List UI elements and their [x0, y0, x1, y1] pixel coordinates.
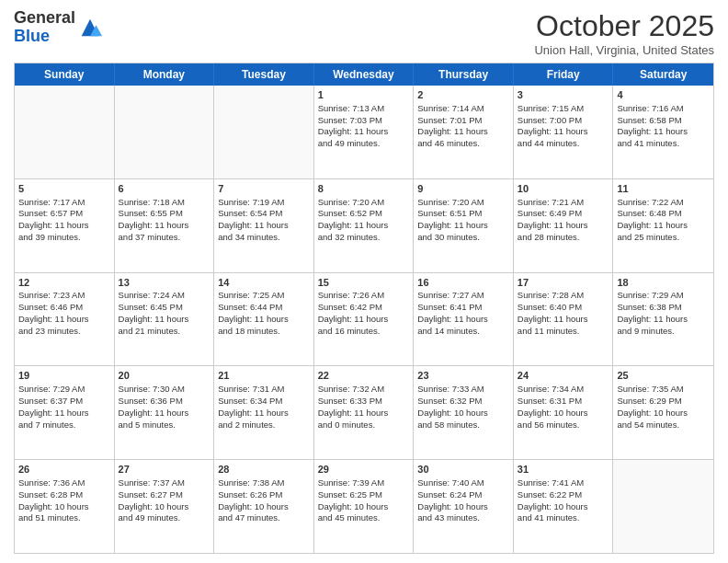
day-info: Sunrise: 7:33 AM Sunset: 6:32 PM Dayligh… — [417, 384, 509, 431]
day-number: 14 — [218, 276, 310, 290]
day-info: Sunrise: 7:34 AM Sunset: 6:31 PM Dayligh… — [518, 384, 609, 431]
day-number: 27 — [119, 463, 210, 477]
header-day-saturday: Saturday — [613, 63, 713, 86]
header-day-sunday: Sunday — [15, 63, 115, 86]
day-info: Sunrise: 7:23 AM Sunset: 6:46 PM Dayligh… — [18, 290, 110, 337]
day-info: Sunrise: 7:32 AM Sunset: 6:33 PM Dayligh… — [318, 384, 410, 431]
day-info: Sunrise: 7:25 AM Sunset: 6:44 PM Dayligh… — [218, 290, 310, 337]
day-number: 20 — [119, 369, 210, 383]
day-info: Sunrise: 7:19 AM Sunset: 6:54 PM Dayligh… — [218, 197, 310, 244]
day-number: 21 — [218, 369, 310, 383]
day-number: 5 — [18, 182, 110, 196]
calendar-week-3: 12Sunrise: 7:23 AM Sunset: 6:46 PM Dayli… — [15, 272, 713, 366]
day-number: 24 — [518, 369, 609, 383]
day-cell-16: 16Sunrise: 7:27 AM Sunset: 6:41 PM Dayli… — [414, 273, 514, 366]
day-info: Sunrise: 7:13 AM Sunset: 7:03 PM Dayligh… — [318, 103, 410, 150]
day-cell-10: 10Sunrise: 7:21 AM Sunset: 6:49 PM Dayli… — [514, 179, 614, 272]
location: Union Hall, Virginia, United States — [534, 43, 714, 57]
day-number: 31 — [518, 463, 609, 477]
calendar-week-4: 19Sunrise: 7:29 AM Sunset: 6:37 PM Dayli… — [15, 365, 713, 459]
day-cell-29: 29Sunrise: 7:39 AM Sunset: 6:25 PM Dayli… — [314, 460, 415, 553]
day-info: Sunrise: 7:39 AM Sunset: 6:25 PM Dayligh… — [318, 477, 410, 524]
day-number: 6 — [119, 182, 210, 196]
day-cell-21: 21Sunrise: 7:31 AM Sunset: 6:34 PM Dayli… — [214, 366, 314, 459]
day-cell-4: 4Sunrise: 7:16 AM Sunset: 6:58 PM Daylig… — [613, 86, 713, 178]
day-number: 15 — [318, 276, 410, 290]
empty-cell — [214, 86, 314, 178]
day-info: Sunrise: 7:24 AM Sunset: 6:45 PM Dayligh… — [119, 290, 210, 337]
calendar: SundayMondayTuesdayWednesdayThursdayFrid… — [14, 63, 714, 554]
day-info: Sunrise: 7:27 AM Sunset: 6:41 PM Dayligh… — [417, 290, 509, 337]
day-number: 30 — [417, 463, 509, 477]
day-info: Sunrise: 7:35 AM Sunset: 6:29 PM Dayligh… — [617, 384, 710, 431]
day-cell-8: 8Sunrise: 7:20 AM Sunset: 6:52 PM Daylig… — [314, 179, 415, 272]
day-info: Sunrise: 7:28 AM Sunset: 6:40 PM Dayligh… — [518, 290, 609, 337]
day-cell-19: 19Sunrise: 7:29 AM Sunset: 6:37 PM Dayli… — [15, 366, 115, 459]
day-info: Sunrise: 7:31 AM Sunset: 6:34 PM Dayligh… — [218, 384, 310, 431]
day-number: 23 — [417, 369, 509, 383]
day-number: 17 — [518, 276, 609, 290]
day-cell-1: 1Sunrise: 7:13 AM Sunset: 7:03 PM Daylig… — [314, 86, 415, 178]
day-cell-15: 15Sunrise: 7:26 AM Sunset: 6:42 PM Dayli… — [314, 273, 415, 366]
day-number: 3 — [518, 88, 609, 102]
day-info: Sunrise: 7:30 AM Sunset: 6:36 PM Dayligh… — [119, 384, 210, 431]
logo-blue: Blue — [14, 27, 50, 45]
day-number: 26 — [18, 463, 110, 477]
day-cell-12: 12Sunrise: 7:23 AM Sunset: 6:46 PM Dayli… — [15, 273, 115, 366]
calendar-week-2: 5Sunrise: 7:17 AM Sunset: 6:57 PM Daylig… — [15, 178, 713, 272]
day-cell-22: 22Sunrise: 7:32 AM Sunset: 6:33 PM Dayli… — [314, 366, 415, 459]
day-number: 10 — [518, 182, 609, 196]
day-cell-26: 26Sunrise: 7:36 AM Sunset: 6:28 PM Dayli… — [15, 460, 115, 553]
day-cell-17: 17Sunrise: 7:28 AM Sunset: 6:40 PM Dayli… — [514, 273, 614, 366]
day-cell-6: 6Sunrise: 7:18 AM Sunset: 6:55 PM Daylig… — [115, 179, 215, 272]
day-cell-20: 20Sunrise: 7:30 AM Sunset: 6:36 PM Dayli… — [115, 366, 215, 459]
day-number: 7 — [218, 182, 310, 196]
day-info: Sunrise: 7:16 AM Sunset: 6:58 PM Dayligh… — [617, 103, 710, 150]
day-number: 12 — [18, 276, 110, 290]
day-info: Sunrise: 7:18 AM Sunset: 6:55 PM Dayligh… — [119, 197, 210, 244]
day-cell-14: 14Sunrise: 7:25 AM Sunset: 6:44 PM Dayli… — [214, 273, 314, 366]
day-number: 9 — [417, 182, 509, 196]
day-info: Sunrise: 7:40 AM Sunset: 6:24 PM Dayligh… — [417, 477, 509, 524]
logo-icon — [77, 15, 103, 40]
header-day-monday: Monday — [115, 63, 215, 86]
day-number: 13 — [119, 276, 210, 290]
header-day-friday: Friday — [514, 63, 614, 86]
empty-cell — [115, 86, 215, 178]
calendar-header: SundayMondayTuesdayWednesdayThursdayFrid… — [15, 63, 713, 86]
day-number: 28 — [218, 463, 310, 477]
day-info: Sunrise: 7:29 AM Sunset: 6:38 PM Dayligh… — [617, 290, 710, 337]
calendar-week-1: 1Sunrise: 7:13 AM Sunset: 7:03 PM Daylig… — [15, 86, 713, 178]
title-section: October 2025 Union Hall, Virginia, Unite… — [534, 9, 714, 57]
header-day-tuesday: Tuesday — [214, 63, 314, 86]
day-number: 18 — [617, 276, 710, 290]
day-cell-18: 18Sunrise: 7:29 AM Sunset: 6:38 PM Dayli… — [613, 273, 713, 366]
day-info: Sunrise: 7:29 AM Sunset: 6:37 PM Dayligh… — [18, 384, 110, 431]
logo-text: General Blue — [14, 9, 75, 46]
calendar-body: 1Sunrise: 7:13 AM Sunset: 7:03 PM Daylig… — [15, 86, 713, 553]
day-info: Sunrise: 7:26 AM Sunset: 6:42 PM Dayligh… — [318, 290, 410, 337]
day-info: Sunrise: 7:21 AM Sunset: 6:49 PM Dayligh… — [518, 197, 609, 244]
day-info: Sunrise: 7:14 AM Sunset: 7:01 PM Dayligh… — [417, 103, 509, 150]
header: General Blue October 2025 Union Hall, Vi… — [14, 9, 714, 57]
day-cell-28: 28Sunrise: 7:38 AM Sunset: 6:26 PM Dayli… — [214, 460, 314, 553]
day-cell-24: 24Sunrise: 7:34 AM Sunset: 6:31 PM Dayli… — [514, 366, 614, 459]
empty-cell — [613, 460, 713, 553]
day-info: Sunrise: 7:22 AM Sunset: 6:48 PM Dayligh… — [617, 197, 710, 244]
calendar-week-5: 26Sunrise: 7:36 AM Sunset: 6:28 PM Dayli… — [15, 459, 713, 553]
day-number: 8 — [318, 182, 410, 196]
day-cell-5: 5Sunrise: 7:17 AM Sunset: 6:57 PM Daylig… — [15, 179, 115, 272]
day-cell-3: 3Sunrise: 7:15 AM Sunset: 7:00 PM Daylig… — [514, 86, 614, 178]
day-cell-25: 25Sunrise: 7:35 AM Sunset: 6:29 PM Dayli… — [613, 366, 713, 459]
day-cell-9: 9Sunrise: 7:20 AM Sunset: 6:51 PM Daylig… — [414, 179, 514, 272]
day-info: Sunrise: 7:37 AM Sunset: 6:27 PM Dayligh… — [119, 477, 210, 524]
day-info: Sunrise: 7:17 AM Sunset: 6:57 PM Dayligh… — [18, 197, 110, 244]
page: General Blue October 2025 Union Hall, Vi… — [0, 0, 728, 563]
logo: General Blue — [14, 9, 103, 46]
empty-cell — [15, 86, 115, 178]
month-title: October 2025 — [534, 9, 714, 43]
day-number: 19 — [18, 369, 110, 383]
day-cell-31: 31Sunrise: 7:41 AM Sunset: 6:22 PM Dayli… — [514, 460, 614, 553]
day-info: Sunrise: 7:36 AM Sunset: 6:28 PM Dayligh… — [18, 477, 110, 524]
header-day-thursday: Thursday — [414, 63, 514, 86]
